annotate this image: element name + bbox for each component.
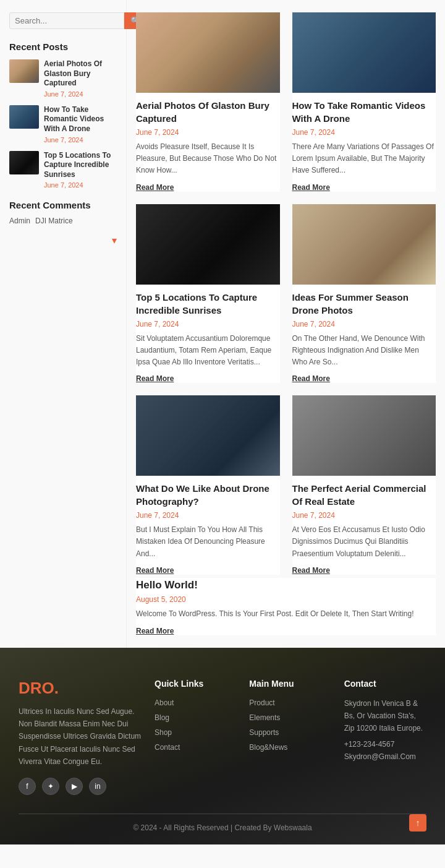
recent-post-item: How To Take Romantic Videos With A Drone… bbox=[9, 105, 117, 144]
footer: DRO. Ultrices In Iaculis Nunc Sed Augue.… bbox=[0, 648, 445, 844]
footer-quick-links-col: Quick Links AboutBlogShopContact bbox=[155, 679, 237, 795]
recent-post-thumb bbox=[9, 59, 39, 83]
footer-logo-dot: . bbox=[54, 679, 59, 697]
social-instagram[interactable]: ✦ bbox=[42, 778, 59, 795]
recent-post-title[interactable]: Top 5 Locations To Capture Incredible Su… bbox=[44, 151, 117, 180]
footer-description: Ultrices In Iaculis Nunc Sed Augue. Non … bbox=[19, 705, 142, 768]
footer-bottom: © 2024 - All Rights Reserved | Created B… bbox=[19, 814, 426, 832]
social-facebook[interactable]: f bbox=[19, 778, 36, 795]
recent-comments-title: Recent Comments bbox=[9, 200, 117, 210]
social-youtube[interactable]: ▶ bbox=[66, 778, 83, 795]
post-excerpt-top5-sunrises: Sit Voluptatem Accusantium Doloremque La… bbox=[136, 333, 280, 369]
read-more-drone-photography[interactable]: Read More bbox=[136, 566, 174, 575]
contact-phone: +123-234-4567 bbox=[344, 738, 426, 750]
post-thumb-romantic-videos bbox=[292, 12, 436, 93]
social-icons: f ✦ ▶ in bbox=[19, 778, 142, 795]
contact-email: Skydron@Gmail.Com bbox=[344, 750, 426, 763]
read-more-summer-season[interactable]: Read More bbox=[292, 374, 330, 383]
main-menu-item: Product bbox=[249, 697, 331, 707]
post-title-summer-season: Ideas For Summer Season Drone Photos bbox=[292, 291, 436, 317]
recent-post-title[interactable]: How To Take Romantic Videos With A Drone bbox=[44, 105, 117, 134]
read-more-hello[interactable]: Read More bbox=[136, 627, 174, 635]
quick-link-item: Shop bbox=[155, 727, 237, 737]
main-menu-item: Supports bbox=[249, 727, 331, 737]
scroll-top-button[interactable]: ↑ bbox=[409, 814, 426, 831]
quick-link[interactable]: Shop bbox=[155, 728, 172, 737]
main-menu-item: Blog&News bbox=[249, 742, 331, 752]
footer-bg: DRO. Ultrices In Iaculis Nunc Sed Augue.… bbox=[0, 648, 445, 844]
recent-post-info: Top 5 Locations To Capture Incredible Su… bbox=[44, 151, 117, 189]
footer-contact-col: Contact Skydron In Venica B & Bs, Or Vac… bbox=[344, 679, 426, 795]
post-date-romantic-videos: June 7, 2024 bbox=[292, 128, 436, 137]
quick-link-item: About bbox=[155, 697, 237, 707]
recent-post-item: Aerial Photos Of Glaston Bury Captured J… bbox=[9, 59, 117, 98]
copyright-text: © 2024 - All Rights Reserved | Created B… bbox=[19, 823, 426, 832]
post-card-aerial-commercial: The Perfect Aerial Commercial Of Real Es… bbox=[292, 395, 436, 575]
recent-posts-title: Recent Posts bbox=[9, 41, 117, 52]
post-thumb-summer-season bbox=[292, 204, 436, 285]
recent-post-title[interactable]: Aerial Photos Of Glaston Bury Captured bbox=[44, 59, 117, 88]
recent-post-date: June 7, 2024 bbox=[44, 136, 117, 144]
post-excerpt-summer-season: On The Other Hand, We Denounce With Righ… bbox=[292, 333, 436, 369]
post-card-aerial-glaston: Aerial Photos Of Glaston Bury Captured J… bbox=[136, 12, 280, 192]
post-thumb-drone-photography bbox=[136, 395, 280, 476]
footer-quick-links-list: AboutBlogShopContact bbox=[155, 697, 237, 752]
quick-link-item: Contact bbox=[155, 742, 237, 752]
post-date-hello: August 5, 2020 bbox=[136, 595, 436, 604]
read-more-aerial-glaston[interactable]: Read More bbox=[136, 183, 174, 192]
read-more-top5-sunrises[interactable]: Read More bbox=[136, 374, 174, 383]
post-title-romantic-videos: How To Take Romantic Videos With A Drone bbox=[292, 99, 436, 125]
comment-tag-admin: Admin bbox=[9, 217, 30, 225]
footer-main-menu-title: Main Menu bbox=[249, 679, 331, 689]
post-card-drone-photography: What Do We Like About Drone Photography?… bbox=[136, 395, 280, 575]
hello-world-section: Hello World! August 5, 2020 Welcome To W… bbox=[136, 578, 436, 635]
recent-post-thumb bbox=[9, 151, 39, 174]
post-card-top5-sunrises: Top 5 Locations To Capture Incredible Su… bbox=[136, 204, 280, 384]
recent-post-info: How To Take Romantic Videos With A Drone… bbox=[44, 105, 117, 144]
footer-logo-text: DRO bbox=[19, 679, 54, 697]
post-excerpt-aerial-glaston: Avoids Pleasure Itself, Because It Is Pl… bbox=[136, 141, 280, 177]
contact-address: Skydron In Venica B & Bs, Or Vacation St… bbox=[344, 697, 426, 735]
sidebar-arrow: ▾ bbox=[9, 234, 117, 246]
post-date-aerial-glaston: June 7, 2024 bbox=[136, 128, 280, 137]
footer-quick-links-title: Quick Links bbox=[155, 679, 237, 689]
main-menu-item: Elements bbox=[249, 712, 331, 722]
recent-post-item: Top 5 Locations To Capture Incredible Su… bbox=[9, 151, 117, 189]
post-title-aerial-glaston: Aerial Photos Of Glaston Bury Captured bbox=[136, 99, 280, 125]
post-title-hello: Hello World! bbox=[136, 578, 436, 593]
post-title-aerial-commercial: The Perfect Aerial Commercial Of Real Es… bbox=[292, 482, 436, 508]
main-menu-link[interactable]: Supports bbox=[249, 728, 279, 737]
quick-link[interactable]: Contact bbox=[155, 743, 180, 752]
search-input[interactable] bbox=[9, 12, 124, 29]
quick-link[interactable]: Blog bbox=[155, 713, 169, 722]
recent-post-info: Aerial Photos Of Glaston Bury Captured J… bbox=[44, 59, 117, 98]
read-more-aerial-commercial[interactable]: Read More bbox=[292, 566, 330, 575]
recent-post-date: June 7, 2024 bbox=[44, 181, 117, 189]
sidebar: 🔍 Recent Posts Aerial Photos Of Glaston … bbox=[0, 0, 127, 648]
footer-main-menu-col: Main Menu ProductElementsSupportsBlog&Ne… bbox=[249, 679, 331, 795]
search-bar: 🔍 bbox=[9, 12, 117, 29]
read-more-romantic-videos[interactable]: Read More bbox=[292, 183, 330, 192]
post-excerpt-romantic-videos: There Are Many Variations Of Passages Of… bbox=[292, 141, 436, 177]
main-menu-link[interactable]: Product bbox=[249, 698, 274, 707]
recent-post-date: June 7, 2024 bbox=[44, 90, 117, 98]
posts-grid: Aerial Photos Of Glaston Bury Captured J… bbox=[136, 12, 436, 575]
footer-brand-col: DRO. Ultrices In Iaculis Nunc Sed Augue.… bbox=[19, 679, 142, 795]
main-menu-link[interactable]: Elements bbox=[249, 713, 280, 722]
recent-post-thumb bbox=[9, 105, 39, 129]
footer-top: DRO. Ultrices In Iaculis Nunc Sed Augue.… bbox=[19, 679, 426, 795]
post-thumb-aerial-glaston bbox=[136, 12, 280, 93]
social-linkedin[interactable]: in bbox=[89, 778, 106, 795]
post-date-aerial-commercial: June 7, 2024 bbox=[292, 511, 436, 520]
footer-main-menu-list: ProductElementsSupportsBlog&News bbox=[249, 697, 331, 752]
main-menu-link[interactable]: Blog&News bbox=[249, 743, 287, 752]
post-excerpt-drone-photography: But I Must Explain To You How All This M… bbox=[136, 524, 280, 560]
quick-link[interactable]: About bbox=[155, 698, 174, 707]
post-excerpt-hello: Welcome To WordPress. This Is Your First… bbox=[136, 608, 436, 620]
post-card-romantic-videos: How To Take Romantic Videos With A Drone… bbox=[292, 12, 436, 192]
post-card-hello-world: Hello World! August 5, 2020 Welcome To W… bbox=[136, 578, 436, 635]
post-title-drone-photography: What Do We Like About Drone Photography? bbox=[136, 482, 280, 508]
quick-link-item: Blog bbox=[155, 712, 237, 722]
recent-posts-list: Aerial Photos Of Glaston Bury Captured J… bbox=[9, 59, 117, 189]
footer-contact-title: Contact bbox=[344, 679, 426, 689]
